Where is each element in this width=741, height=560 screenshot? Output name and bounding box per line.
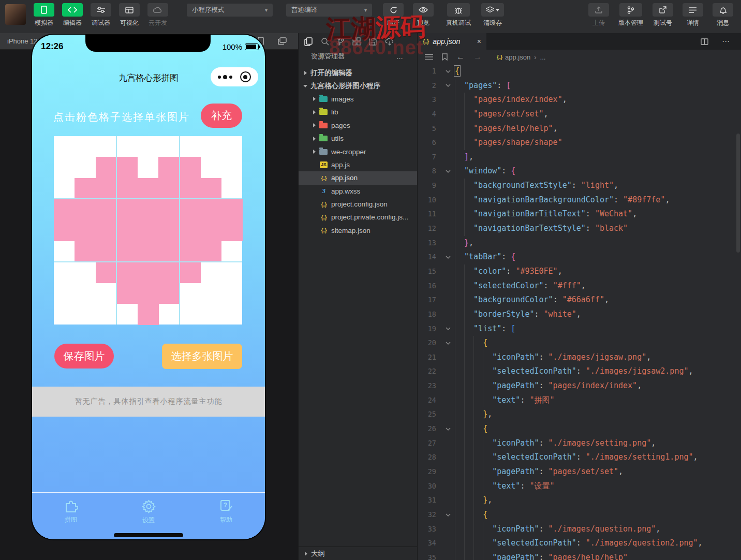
heart-cell[interactable] — [96, 220, 117, 241]
close-minibar-icon[interactable] — [240, 71, 251, 82]
heart-cell[interactable] — [54, 220, 75, 241]
tree-item--[interactable]: 九宫格心形拼图小程序 — [299, 79, 417, 92]
tree-item-we-cropper[interactable]: we-cropper — [299, 145, 417, 158]
preview-button[interactable]: 预览 — [410, 3, 436, 27]
cloud-dev-button[interactable]: 云开发 — [145, 3, 171, 27]
heart-cell[interactable] — [158, 241, 180, 262]
tree-item-app-js[interactable]: JSapp.js — [299, 158, 417, 171]
heart-cell[interactable] — [116, 262, 138, 283]
editor-scrollbar[interactable] — [736, 134, 740, 253]
heart-cell[interactable] — [138, 199, 159, 220]
clear-cache-button[interactable]: 清缓存 — [478, 3, 508, 27]
back-arrow-icon[interactable]: ← — [456, 52, 465, 62]
heart-cell[interactable] — [54, 199, 75, 220]
git-branch-icon[interactable] — [337, 37, 344, 46]
compile-mode-select[interactable]: 普通编译 ▾ — [286, 4, 372, 17]
heart-cell[interactable] — [158, 157, 180, 178]
tree-item-project-config-json[interactable]: {..}project.config.json — [299, 198, 417, 211]
tree-item-pages[interactable]: pages — [299, 119, 417, 132]
heart-cell[interactable] — [138, 241, 159, 262]
tabbar-item-help[interactable]: ? 帮助 — [195, 499, 257, 539]
breadcrumb-more[interactable]: ... — [540, 53, 546, 61]
more-menu-icon[interactable] — [218, 75, 232, 79]
heart-cell[interactable] — [138, 304, 159, 325]
save-icon[interactable] — [369, 38, 377, 46]
outline-section[interactable]: 大纲 — [299, 547, 417, 560]
refill-button[interactable]: 补充 — [201, 104, 242, 128]
tree-item-sitemap-json[interactable]: {..}sitemap.json — [299, 224, 417, 237]
tabbar-item-puzzle[interactable]: 拼图 — [40, 499, 102, 539]
heart-cell[interactable] — [116, 283, 138, 304]
fold-chevron-icon[interactable] — [441, 422, 455, 436]
heart-cell[interactable] — [75, 199, 96, 220]
tab-app-json[interactable]: {..} app.json × — [418, 33, 486, 50]
heart-cell[interactable] — [116, 178, 138, 199]
simulator-toggle-button[interactable]: 模拟器 — [31, 3, 57, 27]
bookmark-icon[interactable] — [442, 53, 448, 61]
tree-item-app-json[interactable]: {..}app.json — [299, 171, 417, 184]
multi-window-icon[interactable] — [278, 37, 287, 45]
heart-cell[interactable] — [158, 220, 180, 241]
test-account-button[interactable]: 测试号 — [650, 3, 676, 27]
tree-item-lib[interactable]: lib — [299, 106, 417, 119]
heart-cell[interactable] — [180, 262, 201, 283]
fold-chevron-icon[interactable] — [441, 322, 455, 336]
more-actions-icon[interactable]: … — [396, 53, 404, 61]
heart-cell[interactable] — [200, 241, 221, 262]
heart-cell[interactable] — [200, 220, 221, 241]
choose-multi-button[interactable]: 选择多张图片 — [162, 344, 242, 369]
heart-cell[interactable] — [158, 199, 180, 220]
heart-cell[interactable] — [158, 283, 180, 304]
list-icon[interactable] — [425, 54, 433, 60]
heart-cell[interactable] — [96, 199, 117, 220]
debugger-toggle-button[interactable]: 调试器 — [88, 3, 114, 27]
heart-cell[interactable] — [75, 220, 96, 241]
compile-button[interactable]: 编译 — [380, 3, 406, 27]
tree-item-app-wxss[interactable]: 3app.wxss — [299, 185, 417, 198]
heart-cell[interactable] — [200, 178, 221, 199]
fold-chevron-icon[interactable] — [441, 64, 455, 79]
heart-cell[interactable] — [221, 199, 243, 220]
heart-cell[interactable] — [75, 241, 96, 262]
home-indicator[interactable] — [114, 533, 183, 537]
heart-cell[interactable] — [96, 241, 117, 262]
files-icon[interactable] — [304, 37, 313, 46]
upload-button[interactable]: 上传 — [586, 3, 612, 27]
heart-cell[interactable] — [116, 241, 138, 262]
forward-arrow-icon[interactable]: → — [473, 52, 482, 62]
visualizer-toggle-button[interactable]: 可视化 — [116, 3, 142, 27]
search-icon[interactable] — [321, 37, 329, 46]
heart-cell[interactable] — [158, 178, 180, 199]
tree-item-project-private-config-js-[interactable]: {..}project.private.config.js... — [299, 211, 417, 224]
heart-cell[interactable] — [96, 157, 117, 178]
heart-cell[interactable] — [138, 178, 159, 199]
version-manage-button[interactable]: 版本管理 — [616, 3, 646, 27]
heart-cell[interactable] — [180, 220, 201, 241]
tree-item-utils[interactable]: utils — [299, 132, 417, 145]
heart-cell[interactable] — [96, 262, 117, 283]
split-editor-icon[interactable] — [701, 38, 708, 45]
cloud-download-icon[interactable] — [385, 38, 394, 46]
detail-button[interactable]: 详情 — [680, 3, 706, 27]
editor-toggle-button[interactable]: 编辑器 — [60, 3, 85, 27]
more-actions-icon[interactable]: ⋯ — [722, 37, 730, 46]
fold-chevron-icon[interactable] — [441, 164, 455, 179]
device-debug-button[interactable]: 真机调试 — [443, 3, 473, 27]
user-avatar[interactable] — [5, 4, 26, 25]
save-image-button[interactable]: 保存图片 — [54, 344, 114, 369]
tree-item--[interactable]: 打开的编辑器 — [299, 66, 417, 79]
heart-cell[interactable] — [138, 220, 159, 241]
fold-chevron-icon[interactable] — [441, 508, 455, 522]
heart-cell[interactable] — [138, 262, 159, 283]
puzzle-board[interactable] — [54, 136, 242, 325]
fold-chevron-icon[interactable] — [441, 79, 455, 93]
message-button[interactable]: 消息 — [710, 3, 736, 27]
heart-cell[interactable] — [200, 199, 221, 220]
code-editor[interactable]: 1{2"pages": [3"pages/index/index",4"page… — [418, 64, 741, 560]
heart-cell[interactable] — [138, 283, 159, 304]
heart-cell[interactable] — [180, 199, 201, 220]
heart-cell[interactable] — [116, 220, 138, 241]
heart-cell[interactable] — [116, 157, 138, 178]
grid-icon[interactable] — [352, 37, 361, 46]
fold-chevron-icon[interactable] — [441, 336, 455, 350]
